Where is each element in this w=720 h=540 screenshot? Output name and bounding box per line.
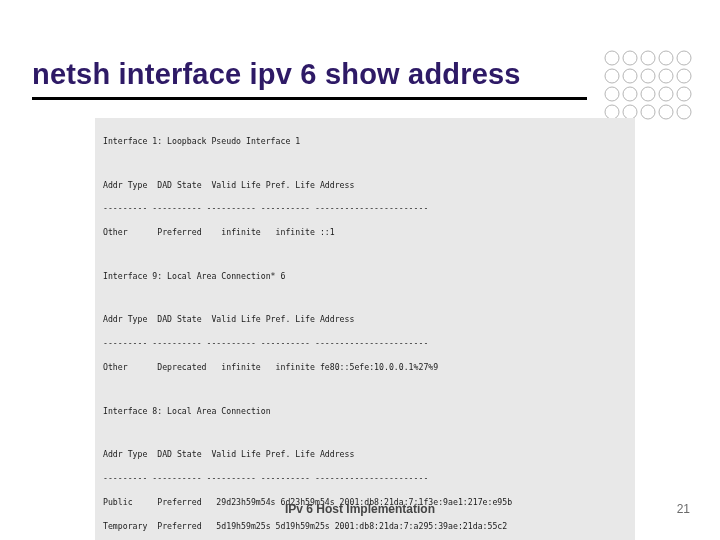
svg-point-6 [623,69,637,83]
separator: --------- ---------- ---------- --------… [103,203,627,215]
svg-point-14 [677,87,691,101]
dot-grid-decor-icon [602,48,692,120]
svg-point-19 [677,105,691,119]
column-header: Addr Type DAD State Valid Life Pref. Lif… [103,314,627,326]
svg-point-5 [605,69,619,83]
terminal-output: Interface 1: Loopback Pseudo Interface 1… [95,118,635,540]
separator: --------- ---------- ---------- --------… [103,473,627,485]
svg-point-15 [605,105,619,119]
column-header: Addr Type DAD State Valid Life Pref. Lif… [103,180,627,192]
svg-point-18 [659,105,673,119]
separator: --------- ---------- ---------- --------… [103,338,627,350]
svg-point-9 [677,69,691,83]
svg-point-0 [605,51,619,65]
svg-point-17 [641,105,655,119]
iface-header: Interface 9: Local Area Connection* 6 [103,271,627,283]
iface-header: Interface 8: Local Area Connection [103,406,627,418]
svg-point-3 [659,51,673,65]
svg-point-13 [659,87,673,101]
page-number: 21 [677,502,690,516]
address-row: Other Preferred infinite infinite ::1 [103,227,627,239]
svg-point-1 [623,51,637,65]
slide-title: netsh interface ipv 6 show address [32,58,587,100]
svg-point-2 [641,51,655,65]
svg-point-4 [677,51,691,65]
slide: netsh interface ipv 6 show address Inter… [0,0,720,540]
svg-point-16 [623,105,637,119]
svg-point-10 [605,87,619,101]
iface-header: Interface 1: Loopback Pseudo Interface 1 [103,136,627,148]
address-row: Other Deprecated infinite infinite fe80:… [103,362,627,374]
svg-point-12 [641,87,655,101]
svg-point-11 [623,87,637,101]
column-header: Addr Type DAD State Valid Life Pref. Lif… [103,449,627,461]
svg-point-8 [659,69,673,83]
svg-point-7 [641,69,655,83]
footer-title: IPv 6 Host Implementation [0,502,720,516]
address-row: Temporary Preferred 5d19h59m25s 5d19h59m… [103,521,627,533]
